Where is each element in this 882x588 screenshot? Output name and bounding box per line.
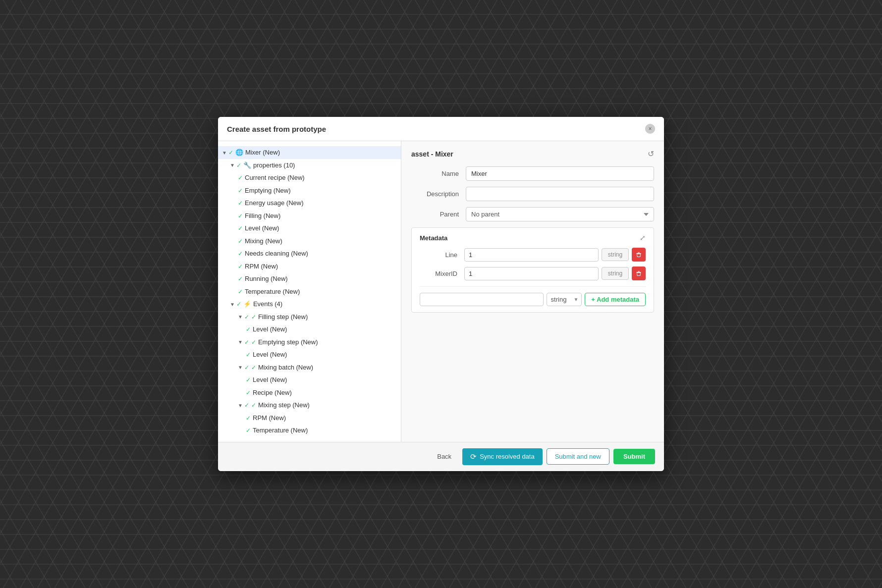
property-label: Temperature (New) — [245, 287, 300, 297]
list-item[interactable]: ▼ ✓ ✓ Emptying step (New) — [218, 336, 401, 349]
add-metadata-button[interactable]: + Add metadata — [585, 293, 646, 306]
parent-row: Parent No parent — [411, 207, 654, 221]
tree-panel: ▼ ✓ 🌐 Mixer (New) ▼ ✓ 🔧 properties (10) … — [218, 141, 401, 442]
tree-root-label: Mixer (New) — [245, 148, 280, 158]
list-item[interactable]: ✓ RPM (New) — [218, 260, 401, 273]
sync-icon: ⟳ — [470, 452, 477, 461]
list-item[interactable]: ▼ ✓ ✓ Mixing batch (New) — [218, 361, 401, 374]
description-field[interactable] — [466, 187, 654, 201]
property-label: Emptying (New) — [245, 186, 290, 196]
check-icon: ✓ — [238, 249, 243, 258]
tree-root-item[interactable]: ▼ ✓ 🌐 Mixer (New) — [218, 146, 401, 159]
check-icon: ✓ — [246, 414, 251, 423]
chevron-down-icon: ▼ — [238, 338, 243, 346]
list-item[interactable]: ✓ Recipe (New) — [218, 386, 401, 399]
metadata-type-mixerid: string — [602, 267, 629, 280]
check-icon: ✓ — [238, 186, 243, 195]
event-label: Mixing step (New) — [258, 400, 310, 410]
chevron-down-icon: ▼ — [230, 301, 235, 308]
list-item[interactable]: ✓ Level (New) — [218, 323, 401, 336]
close-button[interactable]: × — [645, 124, 655, 134]
list-item[interactable]: ✓ Needs cleaning (New) — [218, 247, 401, 260]
submit-button[interactable]: Submit — [613, 449, 655, 464]
sync-button[interactable]: ⟳ Sync resolved data — [462, 448, 543, 465]
list-item[interactable]: ✓ RPM (New) — [218, 412, 401, 425]
chevron-down-icon: ▼ — [238, 402, 243, 409]
check-icon: ✓ — [238, 274, 243, 283]
create-asset-modal: Create asset from prototype × ▼ ✓ 🌐 Mixe… — [218, 117, 664, 471]
tree-properties-group[interactable]: ▼ ✓ 🔧 properties (10) — [218, 159, 401, 172]
property-label: Energy usage (New) — [245, 198, 304, 208]
list-item[interactable]: ✓ Level (New) — [218, 222, 401, 235]
check-icon: ✓ — [238, 212, 243, 220]
check-icon: ✓ — [246, 350, 251, 359]
list-item[interactable]: ✓ Mixing (New) — [218, 235, 401, 248]
check-icon: ✓ — [238, 262, 243, 271]
chevron-down-icon: ▼ — [230, 161, 235, 169]
property-label: Filling (New) — [245, 211, 280, 221]
svg-rect-3 — [638, 271, 640, 271]
event-child-label: Temperature (New) — [253, 426, 308, 435]
metadata-row-line: Line string — [420, 248, 646, 262]
parent-label: Parent — [411, 211, 466, 218]
list-item[interactable]: ✓ Emptying (New) — [218, 184, 401, 197]
metadata-key-label: Line — [420, 251, 464, 259]
event-label: Emptying step (New) — [258, 337, 318, 347]
check-icon: ✓ — [246, 375, 251, 384]
modal-header: Create asset from prototype × — [218, 117, 664, 141]
asset-panel-title: asset - Mixer — [411, 150, 453, 158]
back-button[interactable]: Back — [430, 449, 458, 464]
list-item[interactable]: ✓ Temperature (New) — [218, 285, 401, 298]
properties-group-label: properties (10) — [253, 160, 295, 170]
check-icon: ✓ — [244, 313, 249, 321]
delete-mixerid-button[interactable] — [632, 267, 646, 280]
name-row: Name — [411, 166, 654, 181]
event-child-label: Level (New) — [253, 324, 287, 334]
expand-button[interactable]: ⤢ — [640, 234, 646, 242]
list-item[interactable]: ✓ Level (New) — [218, 374, 401, 386]
submit-and-new-button[interactable]: Submit and new — [547, 448, 609, 465]
list-item[interactable]: ✓ Temperature (New) — [218, 424, 401, 437]
chevron-down-icon: ▼ — [222, 149, 227, 157]
check-icon: ✓ — [236, 300, 241, 309]
check-icon: ✓ — [238, 224, 243, 233]
event-child-label: RPM (New) — [253, 413, 286, 423]
description-label: Description — [411, 190, 466, 198]
metadata-value-line[interactable] — [464, 248, 599, 262]
list-item[interactable]: ▼ ✓ ✓ Filling step (New) — [218, 311, 401, 323]
check-icon: ✓ — [246, 325, 251, 334]
metadata-row-mixerid: MixerID string — [420, 267, 646, 280]
trash-icon — [636, 252, 642, 258]
type-select-wrapper[interactable]: string ▼ — [547, 293, 582, 306]
check-icon: ✓ — [238, 237, 243, 246]
property-label: Running (New) — [245, 274, 288, 284]
list-item[interactable]: ✓ Current recipe (New) — [218, 171, 401, 184]
list-item[interactable]: ✓ Running (New) — [218, 272, 401, 285]
list-item[interactable]: ▼ ✓ ✓ Mixing step (New) — [218, 399, 401, 412]
metadata-value-mixerid[interactable] — [464, 267, 599, 280]
property-label: Mixing (New) — [245, 236, 282, 246]
check-icon: ✓ — [246, 426, 251, 435]
property-label: RPM (New) — [245, 262, 278, 271]
chevron-down-icon: ▼ — [238, 313, 243, 321]
name-field[interactable] — [466, 166, 654, 181]
metadata-key-label: MixerID — [420, 270, 464, 277]
svg-rect-1 — [638, 252, 640, 253]
check-icon: ✓ — [244, 338, 249, 347]
property-label: Needs cleaning (New) — [245, 249, 308, 259]
trash-icon — [636, 270, 642, 276]
check-icon: ✓ — [238, 199, 243, 208]
chevron-down-icon: ▼ — [238, 364, 243, 371]
lightning-icon: ⚡ — [243, 299, 251, 309]
new-metadata-key-input[interactable] — [420, 293, 544, 306]
list-item[interactable]: ✓ Energy usage (New) — [218, 197, 401, 210]
check-icon: ✓ — [238, 287, 243, 296]
tree-events-group[interactable]: ▼ ✓ ⚡ Events (4) — [218, 298, 401, 311]
modal-title: Create asset from prototype — [227, 125, 326, 133]
delete-line-button[interactable] — [632, 248, 646, 262]
description-row: Description — [411, 187, 654, 201]
list-item[interactable]: ✓ Level (New) — [218, 348, 401, 361]
reset-button[interactable]: ↺ — [648, 149, 654, 159]
list-item[interactable]: ✓ Filling (New) — [218, 210, 401, 222]
parent-select[interactable]: No parent — [466, 207, 654, 221]
